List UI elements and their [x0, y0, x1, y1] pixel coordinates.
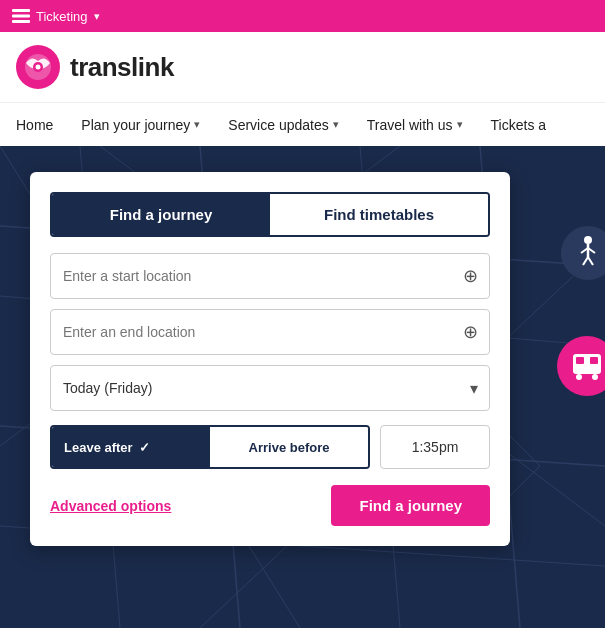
travel-dropdown-caret: ▾ [457, 118, 463, 131]
find-journey-button[interactable]: Find a journey [331, 485, 490, 526]
date-select[interactable]: Today (Friday) Tomorrow (Saturday) Choos… [50, 365, 490, 411]
bus-icon [569, 348, 605, 384]
plan-dropdown-caret: ▾ [194, 118, 200, 131]
start-location-input[interactable] [50, 253, 490, 299]
planner-tabs: Find a journey Find timetables [50, 192, 490, 237]
nav-item-home[interactable]: Home [16, 103, 67, 147]
header: translink [0, 32, 605, 102]
svg-rect-29 [590, 357, 598, 364]
time-input-wrapper [380, 425, 490, 469]
svg-point-30 [576, 374, 582, 380]
svg-rect-1 [12, 15, 30, 18]
end-location-icon[interactable]: ⊕ [463, 321, 478, 343]
tab-find-timetables[interactable]: Find timetables [270, 194, 488, 235]
logo-text: translink [70, 52, 174, 83]
svg-line-26 [588, 257, 593, 265]
start-location-icon[interactable]: ⊕ [463, 265, 478, 287]
end-location-input[interactable] [50, 309, 490, 355]
svg-rect-2 [12, 20, 30, 23]
svg-rect-28 [576, 357, 584, 364]
nav-item-travel-with[interactable]: Travel with us ▾ [353, 103, 477, 147]
svg-point-6 [36, 65, 41, 70]
advanced-options-link[interactable]: Advanced options [50, 498, 171, 514]
bottom-row: Advanced options Find a journey [50, 485, 490, 526]
start-location-wrapper: ⊕ [50, 253, 490, 299]
svg-point-21 [584, 236, 592, 244]
time-mode-group: Leave after ✓ Arrive before [50, 425, 370, 469]
walker-icon [574, 235, 602, 271]
nav-item-service-updates[interactable]: Service updates ▾ [214, 103, 352, 147]
time-input[interactable] [380, 425, 490, 469]
ticketing-label: Ticketing [36, 9, 88, 24]
end-location-wrapper: ⊕ [50, 309, 490, 355]
svg-point-31 [592, 374, 598, 380]
service-dropdown-caret: ▾ [333, 118, 339, 131]
main-nav: Home Plan your journey ▾ Service updates… [0, 102, 605, 146]
tab-find-journey[interactable]: Find a journey [52, 194, 270, 235]
time-row: Leave after ✓ Arrive before [50, 425, 490, 469]
checkmark-icon: ✓ [139, 440, 150, 455]
leave-after-button[interactable]: Leave after ✓ [52, 427, 210, 467]
ticket-icon [12, 9, 30, 23]
nav-item-tickets[interactable]: Tickets a [477, 103, 561, 147]
svg-line-25 [583, 257, 588, 265]
svg-rect-0 [12, 9, 30, 12]
journey-planner-card: Find a journey Find timetables ⊕ ⊕ Today… [30, 172, 510, 546]
translink-logo-icon [16, 45, 60, 89]
ticketing-menu[interactable]: Ticketing ▾ [12, 9, 100, 24]
nav-item-plan[interactable]: Plan your journey ▾ [67, 103, 214, 147]
arrive-before-button[interactable]: Arrive before [210, 427, 368, 467]
ticketing-caret: ▾ [94, 10, 100, 23]
logo-area[interactable]: translink [16, 45, 174, 89]
date-select-wrapper: Today (Friday) Tomorrow (Saturday) Choos… [50, 365, 490, 411]
top-bar: Ticketing ▾ [0, 0, 605, 32]
